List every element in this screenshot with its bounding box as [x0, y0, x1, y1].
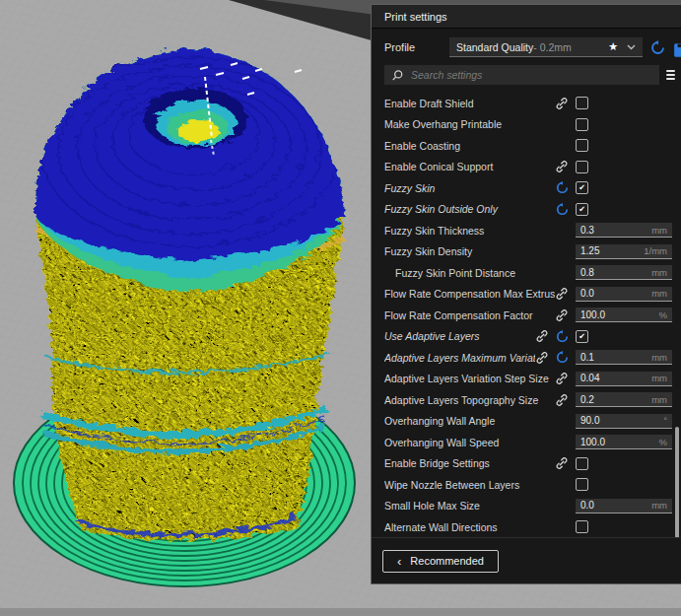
chevron-left-icon: ‹ — [397, 555, 401, 568]
setting-label: Use Adaptive Layers — [384, 330, 535, 342]
number-field[interactable]: 1.251/mm — [576, 244, 672, 259]
setting-control: 0.2mm — [576, 392, 672, 407]
vase-top-hole — [141, 86, 245, 147]
checkbox[interactable] — [576, 161, 588, 173]
setting-label: Fuzzy Skin Point Distance — [384, 267, 569, 279]
setting-control: 1.251/mm — [576, 244, 672, 259]
setting-control: 0.3mm — [576, 223, 672, 238]
number-field[interactable]: 0.8mm — [576, 265, 672, 280]
setting-control: 0.1mm — [576, 350, 672, 365]
setting-row: Fuzzy Skin Point Distance0.8mm — [372, 262, 681, 284]
recommended-mode-button[interactable]: ‹ Recommended — [382, 550, 499, 573]
link-icon[interactable] — [555, 97, 569, 110]
checkbox[interactable] — [576, 457, 588, 470]
setting-icons — [555, 456, 569, 470]
field-unit: mm — [651, 288, 667, 299]
setting-control: ✔ — [576, 181, 672, 194]
number-field[interactable]: 0.0mm — [576, 287, 672, 302]
setting-label: Wipe Nozzle Between Layers — [384, 479, 569, 491]
setting-row: Adaptive Layers Maximum Variation0.1mm — [372, 347, 681, 369]
link-icon[interactable] — [555, 372, 569, 385]
undo-icon[interactable] — [556, 181, 569, 194]
setting-icons — [555, 160, 569, 173]
scrollbar-thumb[interactable] — [675, 427, 679, 551]
link-icon[interactable] — [535, 351, 549, 365]
checkbox[interactable] — [576, 139, 588, 152]
field-unit: % — [659, 309, 667, 320]
setting-icons — [555, 287, 569, 301]
setting-label: Overhanging Wall Speed — [384, 437, 569, 448]
setting-row: Wipe Nozzle Between Layers — [372, 474, 681, 496]
number-field[interactable]: 0.3mm — [576, 223, 672, 238]
recommended-button-label: Recommended — [410, 555, 484, 567]
setting-row: Fuzzy Skin Thickness0.3mm — [372, 220, 681, 241]
setting-row: Fuzzy Skin Outside Only✔ — [372, 199, 681, 221]
profile-row: Profile Standard Quality - 0.2mm ★ — [384, 37, 675, 57]
checkbox[interactable] — [576, 97, 588, 109]
setting-label: Enable Bridge Settings — [384, 457, 555, 469]
link-icon[interactable] — [555, 308, 569, 322]
undo-icon[interactable] — [556, 351, 569, 364]
link-icon[interactable] — [535, 329, 549, 343]
field-value: 0.3 — [580, 225, 594, 236]
profile-dropdown[interactable]: Standard Quality - 0.2mm ★ — [449, 37, 643, 57]
setting-row: Make Overhang Printable — [372, 114, 681, 136]
number-field[interactable]: 0.2mm — [576, 392, 672, 407]
chevron-down-icon — [627, 44, 636, 50]
setting-icons — [535, 351, 569, 365]
setting-control — [576, 520, 672, 533]
setting-label: Enable Conical Support — [384, 161, 555, 172]
checkbox[interactable] — [576, 478, 588, 491]
setting-row: Overhanging Wall Speed100.0% — [372, 432, 681, 453]
setting-label: Flow Rate Compensation Factor — [384, 309, 555, 321]
star-icon[interactable]: ★ — [608, 41, 618, 52]
field-value: 90.0 — [580, 415, 599, 426]
number-field[interactable]: 0.1mm — [576, 350, 672, 365]
link-icon[interactable] — [555, 287, 569, 301]
setting-label: Fuzzy Skin Outside Only — [384, 203, 556, 215]
number-field[interactable]: 100.0% — [576, 435, 672, 449]
checkbox[interactable] — [576, 520, 588, 533]
number-field[interactable]: 90.0° — [576, 414, 672, 429]
field-value: 0.1 — [580, 352, 594, 363]
field-value: 100.0 — [580, 309, 605, 320]
setting-row: Use Adaptive Layers✔ — [372, 326, 681, 348]
field-value: 100.0 — [580, 437, 605, 447]
link-icon[interactable] — [555, 160, 569, 173]
setting-icons — [555, 393, 569, 407]
number-field[interactable]: 0.04mm — [576, 372, 672, 386]
checkbox[interactable]: ✔ — [576, 330, 588, 343]
setting-label: Small Hole Max Size — [384, 500, 569, 512]
field-unit: mm — [651, 267, 667, 278]
setting-row: Fuzzy Skin Density1.251/mm — [372, 241, 681, 263]
setting-row: Enable Conical Support — [372, 157, 681, 178]
link-icon[interactable] — [555, 456, 569, 470]
number-field[interactable]: 0.0mm — [576, 499, 672, 513]
undo-icon[interactable] — [556, 330, 569, 343]
setting-icons — [556, 203, 569, 216]
setting-control — [576, 118, 672, 131]
search-input[interactable]: Search settings — [384, 65, 659, 85]
field-value: 0.04 — [580, 373, 599, 383]
setting-row: Enable Bridge Settings — [372, 453, 681, 475]
setting-control: ✔ — [576, 203, 672, 216]
link-icon[interactable] — [555, 393, 569, 407]
setting-label: Enable Draft Shield — [384, 98, 555, 109]
checkbox[interactable] — [576, 118, 588, 131]
field-value: 0.0 — [580, 288, 594, 299]
field-unit: 1/mm — [644, 245, 667, 256]
setting-icons — [556, 181, 569, 194]
number-field[interactable]: 100.0% — [576, 308, 672, 322]
setting-control: 0.04mm — [576, 372, 672, 386]
setting-control: ✔ — [576, 330, 672, 343]
profile-value: Standard Quality — [456, 41, 533, 53]
setting-icons — [535, 329, 569, 343]
save-profile-icon[interactable] — [673, 42, 681, 58]
profile-undo-icon[interactable] — [650, 40, 665, 55]
checkbox[interactable]: ✔ — [576, 181, 588, 194]
vase-model[interactable] — [33, 46, 343, 539]
checkbox[interactable]: ✔ — [576, 203, 588, 216]
menu-icon[interactable] — [666, 70, 675, 80]
undo-icon[interactable] — [556, 203, 569, 216]
search-placeholder: Search settings — [411, 69, 482, 81]
